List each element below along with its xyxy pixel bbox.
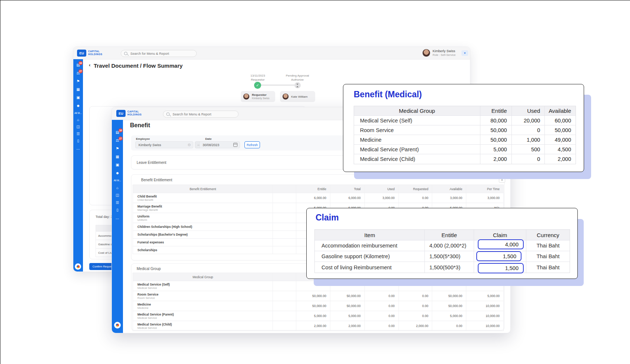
sidebar-item-flag-icon[interactable]: ⚑	[112, 146, 123, 151]
cell-requested: 0.00	[399, 291, 433, 301]
medical-name: Medical Service (Child)	[137, 323, 172, 326]
cell-used: 0	[512, 154, 545, 164]
cell-total: 6,000.00	[330, 193, 365, 203]
sidebar-more-icon[interactable]: ⋯	[112, 217, 123, 221]
claim-item-name: Cost of living Reimbursement	[315, 262, 425, 273]
sidebar-all-menu-label[interactable]: All M...	[73, 112, 83, 114]
employee-input[interactable]	[138, 143, 186, 147]
benefit-subname: Marriage Benefit	[137, 208, 158, 212]
cell-requested: 0.00	[399, 301, 433, 311]
cell-currency: Thai Baht	[526, 262, 570, 273]
cell-entitle: 50,000	[480, 135, 512, 144]
cell-available: 4,500	[545, 145, 576, 154]
cell-available: 2,000	[545, 154, 576, 164]
sidebar-item-clipboard-icon[interactable]: ▯	[112, 208, 123, 212]
section-title: Benefit Entitlement	[141, 178, 172, 182]
sidebar-item-document-icon[interactable]: ▤16	[112, 130, 123, 134]
clear-icon[interactable]: ⊖	[188, 143, 191, 147]
column-header: Claim	[474, 230, 527, 240]
date-input[interactable]	[202, 143, 232, 147]
cell-pertime: 10,000.00	[466, 301, 503, 311]
sidebar-logo-icon[interactable]	[75, 263, 81, 270]
cell-entitle: 5,000	[480, 145, 512, 154]
cell-available: 3,000.00	[432, 193, 466, 203]
cell-requested: 0.00	[399, 193, 433, 203]
cell-total: 50,000.00	[330, 291, 365, 301]
benefit-name: Funeral expenses	[137, 240, 164, 244]
brand-name: CAPITAL HOLDINGS	[88, 50, 102, 56]
cell-pertime: 10,000.00	[466, 311, 503, 321]
medical-group-name: Medicine	[354, 135, 480, 144]
claim-amount-input[interactable]	[478, 263, 524, 273]
calendar-icon[interactable]	[233, 143, 237, 147]
claim-amount-input[interactable]	[478, 239, 524, 249]
search-input[interactable]	[130, 51, 193, 56]
sidebar-item-home-icon[interactable]: ⌂	[112, 186, 123, 190]
section-title: Medical Group	[137, 267, 161, 271]
cell-entitle: 5,000.00	[296, 311, 330, 321]
cell-used: 0.00	[365, 291, 399, 301]
benefit-subname: Uniform	[137, 218, 147, 222]
sidebar-item-chart-icon[interactable]: ▦	[73, 87, 83, 91]
table-header-row: Medical Group Entitle Used Available	[354, 106, 576, 116]
sidebar-item-menu-icon[interactable]: ☰	[112, 200, 123, 205]
sidebar-item-book-icon[interactable]: ▣	[73, 95, 83, 100]
employee-field[interactable]: ⊖	[135, 141, 193, 148]
medical-name: Medical Service (Self)	[137, 283, 170, 286]
benefit-name: Child Benefit	[137, 195, 157, 198]
cell-used: 1,000	[512, 135, 545, 144]
sidebar-item-document-icon[interactable]: ▤16	[73, 63, 83, 67]
search-input[interactable]	[172, 112, 235, 117]
sidebar-item-clipboard-icon[interactable]: ▯	[73, 139, 83, 143]
table-row: Room ServiceRoom Service 50,000.00 50,00…	[133, 291, 503, 301]
table-row: Cost of living Reimbursement 1,500(500*3…	[315, 262, 570, 273]
column-header: Total	[330, 185, 365, 193]
benefit-name: Uniform	[137, 215, 150, 218]
sidebar-item-approvals-icon[interactable]: ⚖27	[73, 71, 83, 75]
sidebar-item-menu-icon[interactable]: ☰	[73, 132, 83, 136]
sidebar-item-team-icon[interactable]: ◫	[73, 125, 83, 129]
sidebar-item-flag-icon[interactable]: ⚑	[73, 79, 83, 83]
cell-available: 49,000	[545, 135, 576, 144]
sidebar-item-profile-icon[interactable]: ☻	[112, 171, 123, 175]
benefit-name: Marriage Benefit	[137, 205, 162, 208]
back-icon[interactable]: ‹	[89, 62, 90, 68]
sidebar-item-book-icon[interactable]: ▣	[112, 163, 123, 167]
cell-used: 0.00	[365, 301, 399, 311]
avatar	[243, 93, 250, 100]
sidebar-item-home-icon[interactable]: ⌂	[73, 118, 83, 122]
sidebar-item-team-icon[interactable]: ◫	[112, 193, 123, 197]
table-row: Medicine 50,000 1,000 49,000	[354, 135, 576, 145]
cell-available: 50,000	[545, 125, 576, 135]
person-name: Kimberly Swiss	[252, 97, 269, 100]
sidebar-more-icon[interactable]: ⋯	[73, 147, 83, 151]
date-field[interactable]	[199, 141, 240, 148]
sidebar-logo-icon[interactable]	[114, 322, 121, 328]
date-label: Date	[205, 137, 211, 141]
column-header: Per Time	[466, 185, 503, 193]
sidebar: ▤16 ⚖27 ⚑ ▦ ▣ ☻ All M... ⌂ ◫ ☰ ▯ ⋯	[73, 59, 83, 272]
column-header: Medical Group	[354, 106, 480, 115]
menu-search[interactable]	[163, 111, 239, 118]
table-row: Child BenefitChild Benefit 6,000.00 6,00…	[133, 193, 503, 203]
sidebar-all-menu-label[interactable]: All M...	[112, 179, 123, 182]
avatar	[282, 93, 289, 100]
brand-line1: CAPITAL	[127, 110, 141, 113]
menu-search[interactable]	[121, 50, 197, 57]
flow-step1-label: Requestor	[237, 78, 278, 82]
claim-amount-input[interactable]	[476, 251, 521, 261]
benefit-name: Scholarships (Bachelor's Degree)	[137, 233, 188, 236]
table-header-row: Benefit Entitlement Entitle Total Used R…	[133, 185, 503, 193]
cell-used: 0.00	[365, 321, 399, 331]
cell-entitle: 6,000.00	[296, 193, 330, 203]
user-menu-chevron-down-icon[interactable]: ▾	[461, 50, 468, 56]
table-row: Medical Service (Parent) 5,000 500 4,500	[354, 145, 576, 154]
cell-pertime: 5,000.00	[466, 291, 503, 301]
sidebar-item-profile-icon[interactable]: ☻	[73, 104, 83, 108]
refresh-button[interactable]: Refresh	[244, 141, 260, 148]
sidebar-item-chart-icon[interactable]: ▦	[112, 155, 123, 159]
flow-person-card: Requestor Kimberly Swiss	[241, 91, 275, 102]
benefit-subname: Child Benefit	[137, 198, 153, 202]
sidebar-item-approvals-icon[interactable]: ⚖27	[112, 138, 123, 142]
user-avatar[interactable]	[422, 49, 430, 57]
